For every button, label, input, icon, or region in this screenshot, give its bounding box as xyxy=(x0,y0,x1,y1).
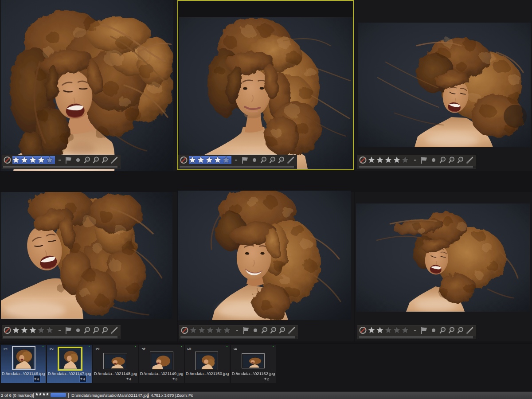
svg-text:2: 2 xyxy=(267,377,269,381)
svg-text:4: 4 xyxy=(37,377,39,381)
svg-text:4: 4 xyxy=(129,377,131,381)
svg-text:4: 4 xyxy=(83,377,85,381)
svg-text:3: 3 xyxy=(175,377,177,381)
